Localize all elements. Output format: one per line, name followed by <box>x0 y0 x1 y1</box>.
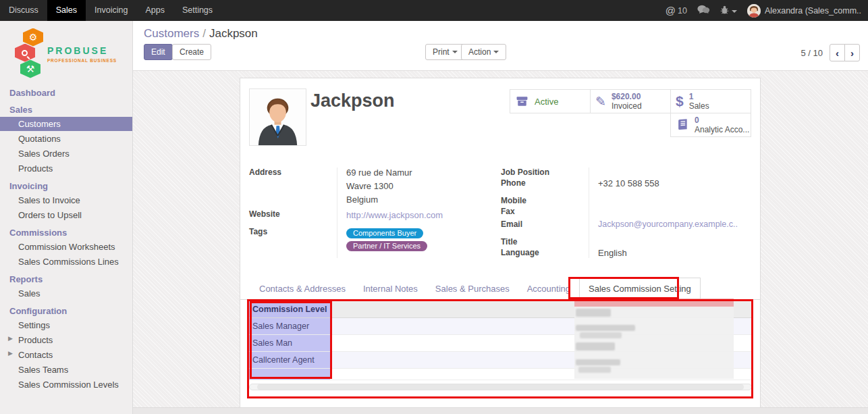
tab-accounting[interactable]: Accounting <box>518 278 579 299</box>
tab-sales-purchases[interactable]: Sales & Purchases <box>427 278 518 299</box>
user-name: Alexandra (Sales_comm.. <box>765 6 861 16</box>
edit-button[interactable]: Edit <box>144 44 173 60</box>
sidebar-item-commission-worksheets[interactable]: Commission Worksheets <box>0 240 132 254</box>
gear-icon: ⚙ <box>23 28 43 47</box>
tab-internal-notes[interactable]: Internal Notes <box>354 278 427 299</box>
logo-title: PROBUSE <box>47 45 117 56</box>
sidebar-section-commissions[interactable]: Commissions <box>0 226 132 239</box>
chevron-right-icon: ▶ <box>8 350 13 357</box>
website-label: Website <box>249 209 337 227</box>
at-icon: @ <box>666 5 676 16</box>
sidebar-item-products-config[interactable]: ▶Products <box>0 333 132 347</box>
sidebar-section-sales[interactable]: Sales <box>0 103 132 116</box>
pager-counter: 5 / 10 <box>801 48 823 58</box>
phone-label: Phone <box>501 178 589 192</box>
sidebar-item-sales-commission-levels[interactable]: Sales Commission Levels <box>0 378 132 392</box>
top-navbar: Discuss Sales Invoicing Apps Settings @ … <box>0 0 868 21</box>
sidebar-item-sales-report[interactable]: Sales <box>0 286 132 301</box>
chevron-right-icon: ▶ <box>8 335 13 342</box>
messages-icon[interactable] <box>697 5 710 16</box>
tools-icon: ⚒ <box>20 60 40 78</box>
tab-sales-commission-setting[interactable]: Sales Commission Setting <box>579 278 701 300</box>
debug-menu[interactable] <box>720 5 737 16</box>
sidebar-section-reports[interactable]: Reports <box>0 273 132 286</box>
tag-components-buyer[interactable]: Components Buyer <box>346 228 423 238</box>
mobile-value <box>598 196 753 207</box>
sidebar-item-sales-teams[interactable]: Sales Teams <box>0 363 132 377</box>
sidebar-item-sales-commissions-lines[interactable]: Sales Commissions Lines <box>0 255 132 269</box>
address-label: Address <box>249 167 337 209</box>
main-area: Customers/Jackpson Edit Create Print Act… <box>133 21 868 414</box>
action-button[interactable]: Action <box>461 44 506 60</box>
active-toggle-button[interactable]: Active <box>510 89 591 113</box>
sidebar-section-configuration[interactable]: Configuration <box>0 305 132 317</box>
title-label: Title <box>501 237 589 248</box>
tab-contacts-addresses[interactable]: Contacts & Addresses <box>250 278 354 299</box>
commission-level-cell: Sales Man <box>249 335 330 351</box>
address-street: 69 rue de Namur <box>346 167 501 181</box>
sidebar: ⚙ ⚒ PROBUSE PROFESSIONAL BUSINESS Dashbo… <box>0 21 133 414</box>
table-row[interactable]: Sales Manager <box>249 318 752 335</box>
logo-hexagons: ⚙ ⚒ <box>16 28 44 80</box>
user-menu[interactable]: Alexandra (Sales_comm.. <box>747 4 861 18</box>
commission-level-cell: Callcenter Agent <box>249 352 330 368</box>
menu-invoicing[interactable]: Invoicing <box>86 0 136 21</box>
analytic-accounts-stat-button[interactable]: 0Analytic Acco... <box>670 113 751 137</box>
customer-photo[interactable] <box>249 88 306 146</box>
commission-level-header[interactable]: Commission Level <box>249 301 330 317</box>
pager-next-button[interactable]: › <box>844 44 860 61</box>
sidebar-item-quotations[interactable]: Quotations <box>0 132 132 146</box>
company-logo[interactable]: ⚙ ⚒ PROBUSE PROFESSIONAL BUSINESS <box>0 21 132 85</box>
sidebar-item-contacts-config[interactable]: ▶Contacts <box>0 348 132 362</box>
user-avatar <box>747 4 761 18</box>
book-icon <box>676 118 689 132</box>
sidebar-item-products[interactable]: Products <box>0 161 132 176</box>
website-link[interactable]: http://www.jackpson.com <box>346 210 501 228</box>
menu-apps[interactable]: Apps <box>136 0 173 21</box>
sidebar-item-orders-to-upsell[interactable]: Orders to Upsell <box>0 208 132 222</box>
sidebar-item-sales-orders[interactable]: Sales Orders <box>0 147 132 161</box>
create-button[interactable]: Create <box>172 44 211 60</box>
control-panel: Customers/Jackpson Edit Create Print Act… <box>133 21 868 71</box>
job-position-label: Job Position <box>501 167 589 178</box>
pager-previous-button[interactable]: ‹ <box>830 44 845 61</box>
address-city: Wavre 1300 <box>346 181 501 195</box>
language-label: Language <box>501 248 589 257</box>
record-pager: 5 / 10 ‹ › <box>801 44 860 61</box>
breadcrumb-customers[interactable]: Customers <box>144 27 199 40</box>
dollar-icon: $ <box>676 93 684 109</box>
invoiced-stat-button[interactable]: ✎ $620.00Invoiced <box>590 89 671 113</box>
sidebar-item-sales-to-invoice[interactable]: Sales to Invoice <box>0 193 132 207</box>
menu-sales[interactable]: Sales <box>47 0 86 21</box>
tag-partner-it-services[interactable]: Partner / IT Services <box>346 241 427 251</box>
fax-label: Fax <box>501 207 589 219</box>
sales-stat-button[interactable]: $ 1Sales <box>670 89 751 113</box>
table-row[interactable]: Callcenter Agent <box>249 352 752 369</box>
customer-form-sheet: Jackpson Active ✎ $620.00Invoiced $ <box>240 78 761 408</box>
sidebar-item-customers[interactable]: Customers <box>0 117 132 131</box>
menu-discuss[interactable]: Discuss <box>0 0 47 21</box>
active-status-label: Active <box>535 97 558 107</box>
table-row[interactable]: Sales Man <box>249 335 752 352</box>
horizontal-scrollbar[interactable] <box>249 384 752 390</box>
table-empty-row <box>249 369 752 380</box>
email-link[interactable]: Jackpson@yourcompany.example.c.. <box>598 219 753 237</box>
address-country: Belgium <box>346 195 501 210</box>
magnifier-icon <box>15 44 35 62</box>
fax-value <box>598 207 753 219</box>
customer-name: Jackpson <box>310 90 395 111</box>
table-header-row: Commission Level <box>249 301 752 318</box>
main-menu: Discuss Sales Invoicing Apps Settings <box>0 0 221 21</box>
scrollbar-thumb[interactable] <box>257 384 744 390</box>
customer-fields: Address Website Tags 69 rue de Namur Wav… <box>249 167 753 258</box>
sidebar-menu: Dashboard Sales Customers Quotations Sal… <box>0 86 132 392</box>
menu-settings[interactable]: Settings <box>173 0 221 21</box>
email-label: Email <box>501 219 589 237</box>
breadcrumb: Customers/Jackpson <box>144 27 258 41</box>
sidebar-section-dashboard[interactable]: Dashboard <box>0 86 132 99</box>
print-button[interactable]: Print <box>425 44 465 60</box>
sidebar-item-settings[interactable]: Settings <box>0 318 132 332</box>
sidebar-section-invoicing[interactable]: Invoicing <box>0 180 132 192</box>
mentions-counter[interactable]: @ 10 <box>666 5 687 16</box>
edit-pencil-icon: ✎ <box>595 94 606 109</box>
